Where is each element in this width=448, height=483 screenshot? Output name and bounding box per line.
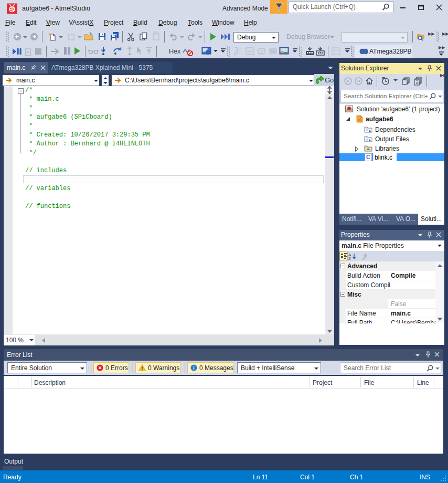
svg-text:Z: Z bbox=[348, 256, 351, 260]
svg-text:0X: 0X bbox=[248, 49, 253, 54]
